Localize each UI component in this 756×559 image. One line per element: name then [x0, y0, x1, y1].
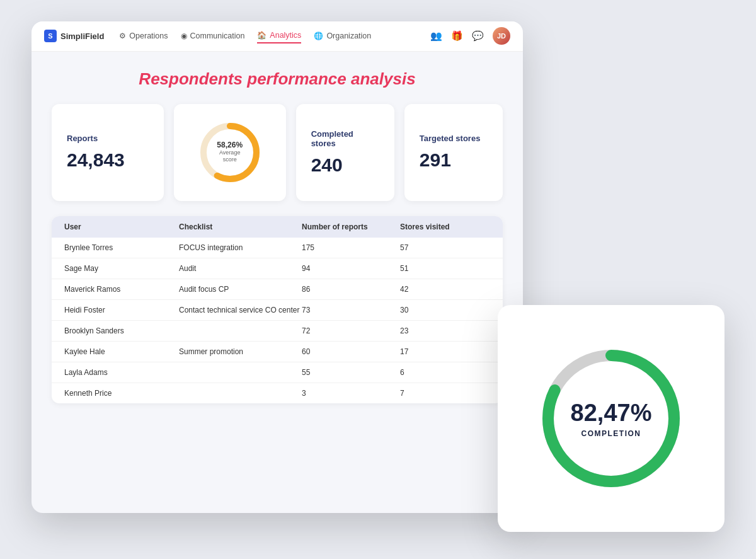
cell-stores: 6	[400, 368, 490, 377]
table-row: Sage May Audit 94 51	[52, 258, 503, 279]
cell-checklist: Contact technical service CO center	[179, 306, 302, 314]
stats-row: Reports 24,843 58,26% Average score	[52, 104, 503, 201]
avg-score-text: 58,26% Average score	[212, 141, 247, 164]
avg-score-pct: 58,26%	[212, 141, 247, 149]
nav-item-organization[interactable]: 🌐 Organization	[314, 29, 371, 43]
nav-items: ⚙ Operations ◉ Communication 🏠 Analytics…	[119, 28, 415, 43]
avatar[interactable]: JD	[493, 27, 510, 45]
nav-actions: 👥 🎁 💬 JD	[430, 27, 510, 45]
organization-icon: 🌐	[314, 32, 323, 40]
targeted-stores-card: Targeted stores 291	[404, 104, 503, 201]
targeted-label: Targeted stores	[420, 134, 481, 143]
cell-stores: 57	[400, 243, 490, 252]
cell-reports: 73	[302, 306, 400, 314]
table-row: Maverick Ramos Audit focus CP 86 42	[52, 279, 503, 300]
nav-label-operations: Operations	[129, 32, 168, 40]
navbar: S SimpliField ⚙ Operations ◉ Communicati…	[32, 21, 523, 52]
cell-stores: 42	[400, 285, 490, 294]
col-stores: Stores visited	[400, 222, 490, 231]
cell-user: Heidi Foster	[64, 306, 179, 314]
avg-score-donut: 58,26% Average score	[195, 118, 265, 187]
cell-reports: 3	[302, 389, 400, 398]
completion-pct: 82,47%	[571, 399, 652, 426]
app-window: S SimpliField ⚙ Operations ◉ Communicati…	[32, 21, 523, 513]
nav-label-analytics: Analytics	[270, 31, 301, 40]
table-row: Brynlee Torres FOCUS integration 175 57	[52, 238, 503, 258]
table-row: Brooklyn Sanders 72 23	[52, 321, 503, 342]
col-checklist: Checklist	[179, 222, 302, 231]
avg-score-sub: Average score	[212, 149, 247, 164]
cell-user: Kenneth Price	[64, 389, 179, 398]
nav-item-communication[interactable]: ◉ Communication	[181, 29, 245, 43]
logo-icon: S	[44, 30, 57, 42]
completion-card: 82,47% COMPLETION	[498, 305, 724, 532]
gift-icon[interactable]: 🎁	[451, 30, 463, 42]
cell-stores: 17	[400, 347, 490, 356]
operations-icon: ⚙	[119, 32, 126, 40]
completed-value: 240	[311, 154, 343, 176]
logo-text: SimpliField	[60, 32, 104, 41]
cell-user: Kaylee Hale	[64, 347, 179, 356]
cell-stores: 23	[400, 326, 490, 335]
cell-user: Brynlee Torres	[64, 243, 179, 252]
completed-stores-card: Completed stores 240	[296, 104, 394, 201]
cell-reports: 60	[302, 347, 400, 356]
chat-icon[interactable]: 💬	[472, 30, 484, 42]
main-content: Respondents performance analysis Reports…	[32, 52, 523, 421]
cell-reports: 94	[302, 264, 400, 273]
page-title: Respondents performance analysis	[52, 69, 503, 89]
nav-item-operations[interactable]: ⚙ Operations	[119, 29, 168, 43]
scene: S SimpliField ⚙ Operations ◉ Communicati…	[32, 21, 724, 538]
reports-value: 24,843	[67, 149, 125, 171]
cell-checklist: Audit	[179, 264, 302, 273]
reports-card: Reports 24,843	[52, 104, 164, 201]
completed-label: Completed stores	[311, 129, 379, 148]
cell-checklist: FOCUS integration	[179, 243, 302, 252]
cell-user: Brooklyn Sanders	[64, 326, 179, 335]
nav-logo[interactable]: S SimpliField	[44, 30, 104, 42]
reports-label: Reports	[67, 134, 98, 143]
cell-stores: 30	[400, 306, 490, 314]
nav-label-communication: Communication	[190, 32, 245, 40]
cell-reports: 72	[302, 326, 400, 335]
users-icon[interactable]: 👥	[430, 30, 442, 42]
targeted-value: 291	[420, 149, 451, 171]
col-reports: Number of reports	[302, 222, 400, 231]
cell-checklist: Audit focus CP	[179, 285, 302, 294]
data-table: User Checklist Number of reports Stores …	[52, 216, 503, 403]
cell-checklist: Summer promotion	[179, 347, 302, 356]
table-row: Kaylee Hale Summer promotion 60 17	[52, 342, 503, 362]
completion-text: 82,47% COMPLETION	[571, 399, 652, 437]
nav-label-organization: Organization	[326, 32, 371, 40]
communication-icon: ◉	[181, 32, 187, 40]
cell-reports: 175	[302, 243, 400, 252]
cell-stores: 51	[400, 264, 490, 273]
nav-item-analytics[interactable]: 🏠 Analytics	[257, 28, 301, 43]
avg-score-card: 58,26% Average score	[174, 104, 286, 201]
table-header: User Checklist Number of reports Stores …	[52, 216, 503, 238]
completion-donut: 82,47% COMPLETION	[536, 343, 687, 494]
cell-reports: 55	[302, 368, 400, 377]
completion-label: COMPLETION	[571, 429, 652, 437]
table-row: Layla Adams 55 6	[52, 362, 503, 383]
analytics-icon: 🏠	[257, 31, 266, 40]
col-user: User	[64, 222, 179, 231]
table-row: Kenneth Price 3 7	[52, 383, 503, 403]
cell-user: Sage May	[64, 264, 179, 273]
cell-user: Maverick Ramos	[64, 285, 179, 294]
table-body: Brynlee Torres FOCUS integration 175 57 …	[52, 238, 503, 403]
cell-stores: 7	[400, 389, 490, 398]
cell-reports: 86	[302, 285, 400, 294]
table-row: Heidi Foster Contact technical service C…	[52, 300, 503, 321]
cell-user: Layla Adams	[64, 368, 179, 377]
